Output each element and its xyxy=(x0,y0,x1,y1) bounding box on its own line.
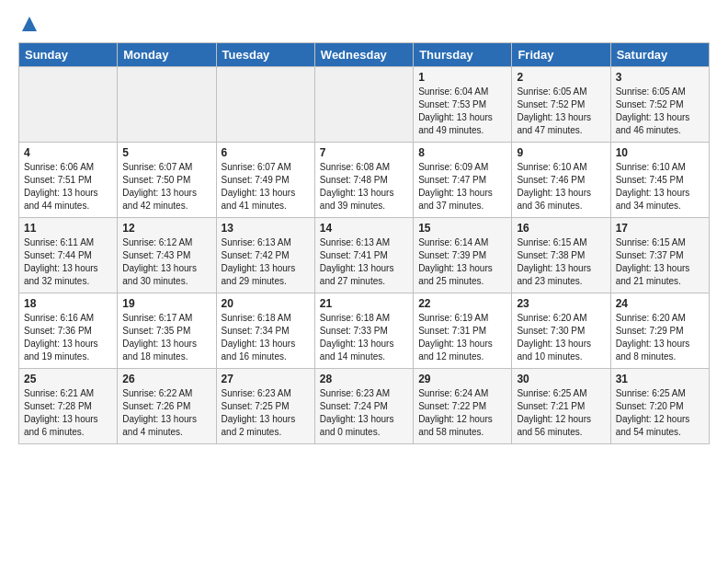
day-info: Sunrise: 6:20 AM Sunset: 7:29 PM Dayligh… xyxy=(616,312,704,363)
calendar-cell: 25Sunrise: 6:21 AM Sunset: 7:28 PM Dayli… xyxy=(19,369,118,444)
day-info: Sunrise: 6:18 AM Sunset: 7:33 PM Dayligh… xyxy=(320,312,408,363)
day-info: Sunrise: 6:13 AM Sunset: 7:41 PM Dayligh… xyxy=(320,236,408,288)
day-number: 20 xyxy=(222,297,310,310)
calendar-cell: 16Sunrise: 6:15 AM Sunset: 7:38 PM Dayli… xyxy=(512,218,610,293)
day-number: 31 xyxy=(616,373,704,385)
day-info: Sunrise: 6:05 AM Sunset: 7:52 PM Dayligh… xyxy=(517,86,605,137)
day-info: Sunrise: 6:21 AM Sunset: 7:28 PM Dayligh… xyxy=(24,387,112,439)
calendar-cell: 24Sunrise: 6:20 AM Sunset: 7:29 PM Dayli… xyxy=(610,293,709,369)
calendar-cell: 5Sunrise: 6:07 AM Sunset: 7:50 PM Daylig… xyxy=(118,143,216,218)
weekday-header-sunday: Sunday xyxy=(19,43,118,67)
calendar-cell: 2Sunrise: 6:05 AM Sunset: 7:52 PM Daylig… xyxy=(512,67,610,143)
weekday-header-monday: Monday xyxy=(118,43,216,67)
day-number: 2 xyxy=(517,71,605,84)
header xyxy=(18,15,710,33)
day-number: 1 xyxy=(418,71,506,84)
day-number: 17 xyxy=(616,222,704,235)
day-number: 11 xyxy=(24,222,112,235)
calendar-cell: 11Sunrise: 6:11 AM Sunset: 7:44 PM Dayli… xyxy=(19,218,118,293)
weekday-header-row: SundayMondayTuesdayWednesdayThursdayFrid… xyxy=(19,43,710,67)
week-row-5: 25Sunrise: 6:21 AM Sunset: 7:28 PM Dayli… xyxy=(19,369,710,444)
day-info: Sunrise: 6:05 AM Sunset: 7:52 PM Dayligh… xyxy=(616,86,704,137)
calendar-cell: 31Sunrise: 6:25 AM Sunset: 7:20 PM Dayli… xyxy=(610,369,709,444)
day-info: Sunrise: 6:04 AM Sunset: 7:53 PM Dayligh… xyxy=(418,86,506,137)
day-number: 3 xyxy=(616,71,704,84)
day-number: 25 xyxy=(24,373,112,385)
day-number: 29 xyxy=(418,373,506,385)
calendar-cell: 12Sunrise: 6:12 AM Sunset: 7:43 PM Dayli… xyxy=(118,218,216,293)
day-info: Sunrise: 6:23 AM Sunset: 7:24 PM Dayligh… xyxy=(320,387,408,439)
calendar-cell: 3Sunrise: 6:05 AM Sunset: 7:52 PM Daylig… xyxy=(610,67,709,143)
svg-marker-0 xyxy=(22,17,37,31)
day-info: Sunrise: 6:19 AM Sunset: 7:31 PM Dayligh… xyxy=(418,312,506,363)
day-info: Sunrise: 6:18 AM Sunset: 7:34 PM Dayligh… xyxy=(222,312,310,363)
day-number: 6 xyxy=(222,146,310,159)
day-number: 19 xyxy=(122,297,210,310)
calendar-cell: 28Sunrise: 6:23 AM Sunset: 7:24 PM Dayli… xyxy=(314,369,413,444)
weekday-header-thursday: Thursday xyxy=(414,43,512,67)
day-number: 15 xyxy=(418,222,506,235)
day-number: 16 xyxy=(517,222,605,235)
calendar-cell: 22Sunrise: 6:19 AM Sunset: 7:31 PM Dayli… xyxy=(414,293,512,369)
calendar-cell xyxy=(19,67,118,143)
day-info: Sunrise: 6:25 AM Sunset: 7:20 PM Dayligh… xyxy=(616,387,704,439)
day-info: Sunrise: 6:25 AM Sunset: 7:21 PM Dayligh… xyxy=(517,387,605,439)
day-info: Sunrise: 6:14 AM Sunset: 7:39 PM Dayligh… xyxy=(418,236,506,288)
day-info: Sunrise: 6:06 AM Sunset: 7:51 PM Dayligh… xyxy=(24,161,112,213)
weekday-header-saturday: Saturday xyxy=(610,43,709,67)
day-number: 14 xyxy=(320,222,408,235)
calendar-cell: 17Sunrise: 6:15 AM Sunset: 7:37 PM Dayli… xyxy=(610,218,709,293)
week-row-3: 11Sunrise: 6:11 AM Sunset: 7:44 PM Dayli… xyxy=(19,218,710,293)
calendar-cell: 4Sunrise: 6:06 AM Sunset: 7:51 PM Daylig… xyxy=(19,143,118,218)
day-info: Sunrise: 6:10 AM Sunset: 7:46 PM Dayligh… xyxy=(517,161,605,213)
calendar-cell: 9Sunrise: 6:10 AM Sunset: 7:46 PM Daylig… xyxy=(512,143,610,218)
day-info: Sunrise: 6:15 AM Sunset: 7:38 PM Dayligh… xyxy=(517,236,605,288)
day-number: 12 xyxy=(122,222,210,235)
week-row-4: 18Sunrise: 6:16 AM Sunset: 7:36 PM Dayli… xyxy=(19,293,710,369)
day-info: Sunrise: 6:11 AM Sunset: 7:44 PM Dayligh… xyxy=(24,236,112,288)
weekday-header-tuesday: Tuesday xyxy=(216,43,314,67)
calendar-cell xyxy=(314,67,413,143)
day-number: 24 xyxy=(616,297,704,310)
calendar-cell: 10Sunrise: 6:10 AM Sunset: 7:45 PM Dayli… xyxy=(610,143,709,218)
day-info: Sunrise: 6:16 AM Sunset: 7:36 PM Dayligh… xyxy=(24,312,112,363)
weekday-header-wednesday: Wednesday xyxy=(314,43,413,67)
day-number: 28 xyxy=(320,373,408,385)
calendar-cell: 20Sunrise: 6:18 AM Sunset: 7:34 PM Dayli… xyxy=(216,293,314,369)
day-number: 13 xyxy=(222,222,310,235)
calendar-cell: 26Sunrise: 6:22 AM Sunset: 7:26 PM Dayli… xyxy=(118,369,216,444)
day-number: 27 xyxy=(222,373,310,385)
day-info: Sunrise: 6:07 AM Sunset: 7:50 PM Dayligh… xyxy=(122,161,210,213)
day-number: 10 xyxy=(616,146,704,159)
page: SundayMondayTuesdayWednesdayThursdayFrid… xyxy=(0,0,728,454)
day-info: Sunrise: 6:24 AM Sunset: 7:22 PM Dayligh… xyxy=(418,387,506,439)
calendar-cell: 8Sunrise: 6:09 AM Sunset: 7:47 PM Daylig… xyxy=(414,143,512,218)
day-number: 23 xyxy=(517,297,605,310)
day-number: 4 xyxy=(24,146,112,159)
calendar-cell: 1Sunrise: 6:04 AM Sunset: 7:53 PM Daylig… xyxy=(414,67,512,143)
calendar-cell xyxy=(118,67,216,143)
calendar-cell xyxy=(216,67,314,143)
day-number: 18 xyxy=(24,297,112,310)
day-number: 22 xyxy=(418,297,506,310)
day-info: Sunrise: 6:20 AM Sunset: 7:30 PM Dayligh… xyxy=(517,312,605,363)
week-row-1: 1Sunrise: 6:04 AM Sunset: 7:53 PM Daylig… xyxy=(19,67,710,143)
day-info: Sunrise: 6:07 AM Sunset: 7:49 PM Dayligh… xyxy=(222,161,310,213)
calendar-cell: 7Sunrise: 6:08 AM Sunset: 7:48 PM Daylig… xyxy=(314,143,413,218)
calendar-cell: 18Sunrise: 6:16 AM Sunset: 7:36 PM Dayli… xyxy=(19,293,118,369)
calendar-cell: 23Sunrise: 6:20 AM Sunset: 7:30 PM Dayli… xyxy=(512,293,610,369)
day-number: 30 xyxy=(517,373,605,385)
day-info: Sunrise: 6:15 AM Sunset: 7:37 PM Dayligh… xyxy=(616,236,704,288)
calendar-cell: 14Sunrise: 6:13 AM Sunset: 7:41 PM Dayli… xyxy=(314,218,413,293)
calendar-table: SundayMondayTuesdayWednesdayThursdayFrid… xyxy=(18,42,710,444)
day-info: Sunrise: 6:09 AM Sunset: 7:47 PM Dayligh… xyxy=(418,161,506,213)
day-info: Sunrise: 6:23 AM Sunset: 7:25 PM Dayligh… xyxy=(222,387,310,439)
day-info: Sunrise: 6:22 AM Sunset: 7:26 PM Dayligh… xyxy=(122,387,210,439)
calendar-cell: 21Sunrise: 6:18 AM Sunset: 7:33 PM Dayli… xyxy=(314,293,413,369)
calendar-cell: 15Sunrise: 6:14 AM Sunset: 7:39 PM Dayli… xyxy=(414,218,512,293)
calendar-cell: 6Sunrise: 6:07 AM Sunset: 7:49 PM Daylig… xyxy=(216,143,314,218)
day-number: 21 xyxy=(320,297,408,310)
calendar-cell: 30Sunrise: 6:25 AM Sunset: 7:21 PM Dayli… xyxy=(512,369,610,444)
day-number: 8 xyxy=(418,146,506,159)
day-number: 9 xyxy=(517,146,605,159)
